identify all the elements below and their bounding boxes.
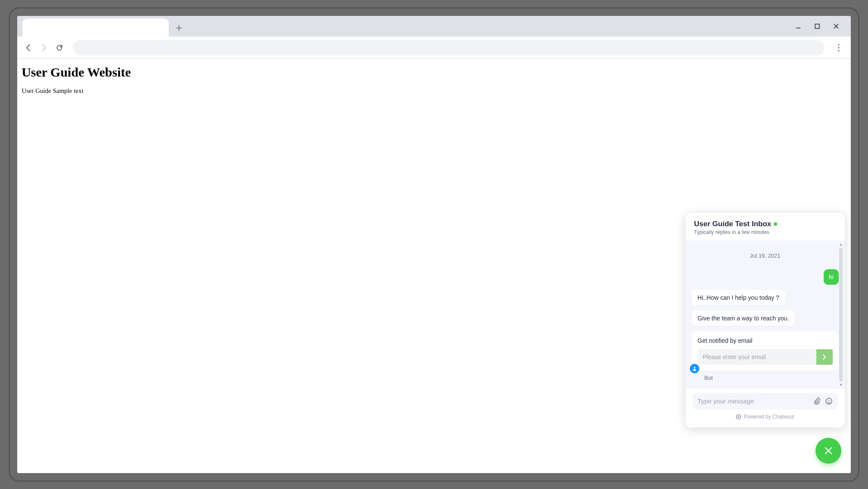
smile-icon	[825, 397, 833, 405]
svg-point-1	[838, 44, 839, 45]
paperclip-icon	[813, 397, 821, 405]
bot-sender-label: Bot	[704, 375, 713, 381]
browser-toolbar	[17, 37, 851, 59]
forward-button[interactable]	[38, 42, 50, 54]
svg-point-7	[829, 400, 830, 401]
user-message-row: hi	[692, 269, 839, 285]
bot-message-row: Hi..How can I help you today ?	[692, 290, 839, 305]
chat-toggle-button[interactable]	[815, 438, 841, 464]
window-controls	[794, 16, 847, 37]
svg-point-6	[827, 400, 828, 401]
email-card-title: Get notified by email	[698, 337, 833, 344]
minimize-button[interactable]	[794, 22, 803, 31]
email-capture-card: Get notified by email	[692, 331, 839, 371]
email-input[interactable]	[698, 349, 816, 365]
chat-input-box	[692, 393, 838, 409]
chat-message-input[interactable]	[698, 397, 809, 405]
close-window-button[interactable]	[832, 22, 840, 31]
emoji-button[interactable]	[825, 397, 833, 405]
chat-subtitle: Typically replies in a few minutes	[694, 229, 836, 235]
chevron-right-icon	[822, 354, 827, 360]
svg-point-5	[826, 398, 832, 404]
reload-button[interactable]	[53, 42, 65, 54]
svg-point-3	[838, 50, 839, 51]
page-content: User Guide Website User Guide Sample tex…	[17, 59, 851, 473]
browser-tab-bar	[17, 16, 851, 37]
powered-by-text: Powered by Chatwoot	[744, 414, 794, 420]
chat-footer: Powered by Chatwoot	[692, 409, 838, 425]
chat-header: User Guide Test Inbox Typically replies …	[686, 213, 845, 240]
scroll-down-icon: ▼	[839, 383, 843, 387]
attachment-button[interactable]	[813, 397, 821, 405]
svg-point-2	[838, 47, 839, 48]
bot-sender-row: Bot	[692, 373, 839, 383]
user-message-bubble: hi	[824, 269, 839, 285]
svg-rect-0	[815, 24, 819, 28]
bot-message-bubble: Hi..How can I help you today ?	[692, 290, 785, 305]
scroll-up-icon: ▲	[839, 242, 843, 246]
new-tab-button[interactable]	[172, 21, 186, 35]
online-status-icon	[774, 222, 777, 226]
chat-date: Jul 19, 2021	[692, 245, 839, 269]
chat-body: ▲ ▼ Jul 19, 2021 hi Hi..How can I help y…	[686, 240, 845, 389]
url-bar[interactable]	[73, 40, 824, 55]
svg-point-4	[694, 367, 695, 369]
screen: User Guide Website User Guide Sample tex…	[17, 16, 851, 473]
bot-message-row: Give the team a way to reach you.	[692, 311, 839, 326]
chat-widget: User Guide Test Inbox Typically replies …	[686, 213, 845, 427]
bot-avatar-icon	[690, 364, 699, 373]
scroll-track	[839, 248, 843, 381]
maximize-button[interactable]	[813, 22, 822, 31]
close-icon	[824, 446, 833, 455]
page-title: User Guide Website	[22, 65, 846, 80]
email-submit-button[interactable]	[816, 349, 833, 365]
back-button[interactable]	[22, 42, 34, 54]
browser-tab[interactable]	[22, 18, 169, 37]
bot-message-bubble: Give the team a way to reach you.	[692, 311, 795, 326]
device-frame: User Guide Website User Guide Sample tex…	[9, 7, 859, 482]
chat-title: User Guide Test Inbox	[694, 220, 771, 228]
scrollbar[interactable]: ▲ ▼	[839, 242, 843, 387]
chatwoot-logo-icon	[736, 414, 741, 419]
page-body-text: User Guide Sample text	[22, 87, 846, 95]
browser-menu-button[interactable]	[832, 44, 846, 52]
chat-input-area: Powered by Chatwoot	[686, 389, 845, 427]
